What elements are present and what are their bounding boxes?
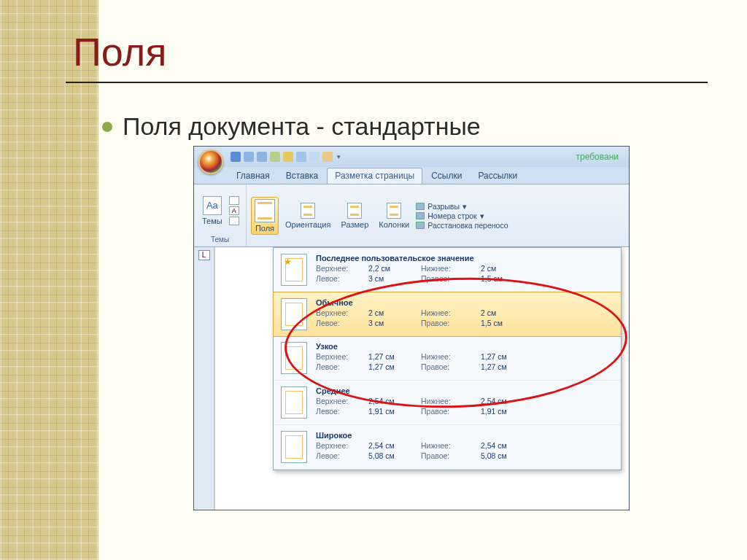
theme-effects-icon[interactable] [229,217,239,225]
open-icon[interactable] [322,152,333,162]
margin-label: Правое: [421,451,472,460]
margin-value: 5,08 см [368,451,412,460]
margin-preset-title: Среднее [316,386,614,395]
theme-colors-icon[interactable] [229,196,239,205]
margin-value: 2,54 см [368,441,412,450]
margin-preset-body: ШирокоеВерхнее:2,54 смНижнее:2,54 смЛево… [316,431,614,460]
margins-button[interactable]: Поля [251,197,279,235]
page-setup-links: Разрывы▾ Номера строк▾ Расстановка перен… [416,202,508,230]
margin-label: Левое: [316,451,360,460]
spellcheck-icon[interactable] [296,152,306,162]
orientation-button[interactable]: Ориентация [282,201,334,231]
margin-preset-thumb-icon [281,342,307,374]
margin-preset-title: Широкое [316,431,614,440]
themes-button[interactable]: Aa Темы [198,194,226,228]
margin-label: Нижнее: [421,308,472,317]
margin-value: 1,5 см [481,274,525,283]
theme-fonts-icon[interactable]: A [229,206,239,215]
margin-value: 1,27 см [481,352,525,361]
qat-dropdown-icon[interactable]: ▾ [337,153,341,160]
margin-preset-item[interactable]: УзкоеВерхнее:1,27 смНижнее:1,27 смЛевое:… [274,336,621,381]
margin-preset-thumb-icon [281,298,307,330]
margin-label: Левое: [316,274,360,283]
tab-references[interactable]: Ссылки [424,168,469,184]
tab-home[interactable]: Главная [229,168,277,184]
tab-mailings[interactable]: Рассылки [471,168,525,184]
margin-label: Нижнее: [421,397,472,405]
breaks-button[interactable]: Разрывы▾ [416,202,508,211]
margin-preset-values: Верхнее:2,2 смНижнее:2 смЛевое:3 смПраво… [316,264,614,283]
columns-button[interactable]: Колонки [375,201,413,231]
margin-label: Правое: [421,319,472,327]
document-title: требовани [576,152,625,162]
star-icon: ★ [284,257,292,267]
margin-label: Верхнее: [316,264,360,273]
ribbon-tabs: Главная Вставка Разметка страницы Ссылки… [194,167,629,184]
margin-label: Нижнее: [421,441,472,450]
margin-preset-thumb-icon [281,431,307,463]
margin-label: Левое: [316,407,360,416]
margin-preset-item[interactable]: ШирокоеВерхнее:2,54 смНижнее:2,54 смЛево… [274,425,621,470]
bullet-row: Поля документа - стандартные [102,112,725,141]
margin-preset-values: Верхнее:2,54 смНижнее:2,54 смЛевое:5,08 … [316,441,614,460]
margins-icon [255,199,275,222]
margin-preset-item[interactable]: СреднееВерхнее:2,54 смНижнее:2,54 смЛево… [274,381,621,425]
size-icon [347,203,362,219]
margin-preset-body: СреднееВерхнее:2,54 смНижнее:2,54 смЛево… [316,386,614,416]
margin-preset-body: ОбычноеВерхнее:2 смНижнее:2 смЛевое:3 см… [316,298,614,327]
save-icon[interactable] [231,152,241,162]
margin-value: 3 см [368,274,412,283]
margin-value: 1,5 см [481,319,525,327]
margin-preset-body: УзкоеВерхнее:1,27 смНижнее:1,27 смЛевое:… [316,342,614,371]
margin-preset-values: Верхнее:1,27 смНижнее:1,27 смЛевое:1,27 … [316,352,614,371]
margin-value: 2 см [481,264,525,273]
margin-preset-thumb-icon: ★ [281,254,307,286]
margin-preset-title: Узкое [316,342,614,351]
group-page-setup: Поля Ориентация Размер Колонки Разрывы▾ … [247,184,513,246]
margin-preset-title: Последнее пользовательское значение [316,254,614,262]
office-button[interactable] [198,149,223,174]
titlebar: ▾ требовани [194,147,629,167]
margin-preset-thumb-icon [281,386,307,419]
orientation-icon [301,203,315,219]
quick-access-toolbar: ▾ [231,152,341,162]
slide-title: Поля [66,29,708,83]
margin-value: 5,08 см [481,451,525,460]
margin-label: Нижнее: [421,264,472,273]
margin-preset-item[interactable]: ★Последнее пользовательское значениеВерх… [274,248,621,292]
zoom-icon[interactable] [309,152,320,162]
margin-value: 2,54 см [481,441,525,450]
tab-page-layout[interactable]: Разметка страницы [327,168,422,184]
margin-label: Верхнее: [316,397,360,405]
margin-label: Левое: [316,362,360,371]
margin-label: Верхнее: [316,352,360,361]
margin-value: 3 см [368,319,412,327]
margin-preset-values: Верхнее:2 смНижнее:2 смЛевое:3 смПравое:… [316,308,614,327]
group-label-themes: Темы [198,234,241,244]
margin-value: 2,54 см [368,397,412,405]
redo-icon[interactable] [257,152,267,162]
margin-value: 1,91 см [368,407,412,416]
line-numbers-button[interactable]: Номера строк▾ [416,211,508,220]
bullet-dot-icon [102,122,112,132]
ribbon: Aa Темы A Темы Поля Ориентация [194,184,629,247]
bullet-text: Поля документа - стандартные [123,112,481,141]
tab-insert[interactable]: Вставка [279,168,326,184]
margin-value: 1,27 см [368,362,412,371]
margin-label: Правое: [421,274,472,283]
group-themes: Aa Темы A Темы [194,184,247,246]
vertical-ruler: L [194,247,214,510]
margin-preset-title: Обычное [316,298,614,307]
margin-value: 1,27 см [368,352,412,361]
margin-label: Нижнее: [421,352,472,361]
line-numbers-icon [416,212,425,219]
quickprint-icon[interactable] [270,152,280,162]
word-screenshot: ▾ требовани Главная Вставка Разметка стр… [193,146,630,510]
print-icon[interactable] [283,152,293,162]
undo-icon[interactable] [244,152,254,162]
margin-preset-item[interactable]: ОбычноеВерхнее:2 смНижнее:2 смЛевое:3 см… [273,292,622,337]
margin-value: 2 см [481,308,525,317]
hyphenation-icon [416,222,425,229]
size-button[interactable]: Размер [337,201,372,231]
hyphenation-button[interactable]: Расстановка переносо [416,221,508,230]
